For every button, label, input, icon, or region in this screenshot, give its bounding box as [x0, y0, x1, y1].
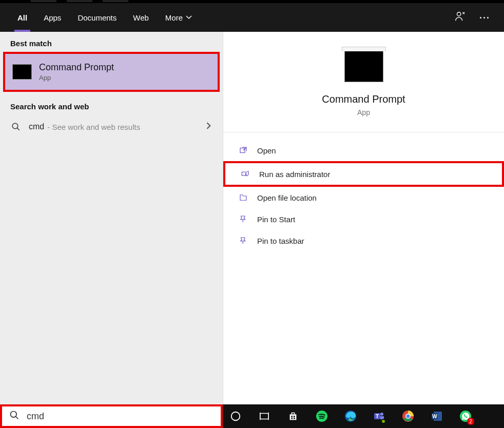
action-open-file-location[interactable]: Open file location: [223, 187, 504, 208]
svg-point-1: [12, 123, 18, 129]
tab-all[interactable]: All: [9, 3, 35, 32]
spotify-icon[interactable]: [312, 406, 332, 426]
tab-more[interactable]: More: [157, 3, 200, 32]
tab-web[interactable]: Web: [125, 3, 157, 32]
command-prompt-icon: [344, 50, 383, 82]
svg-rect-14: [294, 416, 295, 417]
notification-badge: 2: [467, 418, 474, 425]
chevron-down-icon: [186, 13, 192, 22]
tab-apps[interactable]: Apps: [35, 3, 69, 32]
taskbar: T W 2: [223, 404, 504, 428]
shield-icon: [240, 168, 251, 180]
action-label: Pin to Start: [257, 215, 295, 224]
svg-text:W: W: [432, 414, 437, 419]
folder-icon: [238, 192, 249, 203]
edge-icon[interactable]: [341, 406, 360, 426]
search-icon: [10, 122, 22, 131]
best-match-title: Command Prompt: [39, 62, 114, 73]
svg-point-0: [457, 12, 461, 16]
svg-rect-15: [291, 418, 293, 419]
svg-line-8: [16, 417, 18, 419]
section-best-match: Best match: [0, 32, 223, 52]
open-icon: [238, 145, 249, 156]
teams-icon[interactable]: T: [370, 406, 389, 426]
web-search-item[interactable]: cmd - See work and web results: [0, 115, 223, 139]
svg-point-7: [11, 412, 17, 418]
action-pin-to-taskbar[interactable]: Pin to taskbar: [223, 230, 504, 251]
svg-rect-10: [260, 414, 269, 419]
action-run-as-admin[interactable]: Run as administrator: [223, 161, 504, 187]
action-label: Pin to taskbar: [257, 237, 304, 245]
preview-title: Command Prompt: [322, 93, 405, 105]
action-pin-to-start[interactable]: Pin to Start: [223, 208, 504, 230]
search-filter-tabs: All Apps Documents Web More: [0, 3, 504, 32]
svg-point-21: [380, 413, 383, 416]
tab-more-label: More: [165, 13, 183, 22]
svg-rect-13: [291, 416, 293, 417]
microsoft-store-icon[interactable]: [283, 406, 303, 426]
svg-point-24: [406, 415, 410, 418]
action-open[interactable]: Open: [223, 140, 504, 161]
svg-text:T: T: [376, 414, 379, 419]
web-hint: - See work and web results: [47, 123, 140, 131]
command-prompt-icon: [12, 64, 32, 80]
results-pane: Best match Command Prompt App Search wor…: [0, 32, 223, 404]
search-icon: [9, 410, 20, 422]
task-view-icon[interactable]: [255, 406, 274, 426]
word-icon[interactable]: W: [427, 406, 447, 426]
section-web: Search work and web: [0, 95, 223, 115]
cortana-icon[interactable]: [226, 406, 245, 426]
svg-rect-16: [294, 418, 295, 419]
actions-list: Open Run as administrator Open file loca…: [223, 132, 504, 259]
web-query: cmd: [29, 122, 44, 131]
pin-icon: [238, 235, 249, 246]
search-input[interactable]: [27, 411, 214, 422]
action-label: Open file location: [257, 193, 317, 202]
preview-subtitle: App: [357, 108, 370, 116]
action-label: Open: [257, 146, 276, 155]
svg-point-9: [231, 412, 240, 421]
svg-line-2: [17, 128, 20, 130]
account-icon[interactable]: [454, 11, 466, 24]
chevron-right-icon: [205, 122, 212, 131]
preview-pane: Command Prompt App Open Run as administr…: [223, 32, 504, 404]
tab-documents[interactable]: Documents: [69, 3, 125, 32]
more-options-icon[interactable]: [480, 17, 489, 18]
svg-rect-3: [240, 148, 245, 153]
pin-icon: [238, 213, 249, 225]
best-match-item[interactable]: Command Prompt App: [3, 52, 220, 92]
search-input-container[interactable]: [0, 404, 223, 428]
chrome-icon[interactable]: [398, 406, 418, 426]
whatsapp-icon[interactable]: 2: [456, 406, 475, 426]
action-label: Run as administrator: [259, 170, 330, 179]
best-match-subtitle: App: [39, 74, 114, 82]
